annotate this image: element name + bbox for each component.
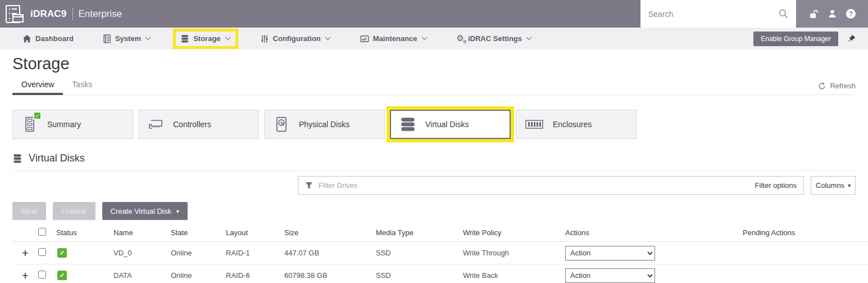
search-input[interactable]: [648, 10, 773, 19]
status-ok-badge: ✓: [57, 248, 67, 258]
expand-row-button[interactable]: +: [12, 269, 35, 281]
vd-state: Online: [170, 249, 225, 257]
card-virtual-disks[interactable]: Virtual Disks: [390, 110, 511, 139]
card-controllers[interactable]: Controllers: [138, 110, 259, 139]
vd-write-policy: Write Through: [462, 249, 564, 257]
select-all-checkbox[interactable]: [38, 228, 46, 236]
section-header: Virtual Disks: [12, 152, 856, 171]
storage-nav-cards: ✓ Summary Controllers: [12, 110, 856, 139]
card-label: Summary: [47, 120, 81, 129]
enable-group-manager-button[interactable]: Enable Group Manager: [753, 32, 838, 46]
vd-layout: RAID-1: [225, 249, 283, 257]
unblink-button[interactable]: Unblink: [53, 202, 95, 220]
status-ok-badge: ✓: [57, 271, 67, 280]
tabs-row: Overview Tasks Refresh: [12, 77, 856, 95]
nav-label: iDRAC Settings: [468, 34, 522, 43]
brand-name: iDRAC9: [30, 8, 67, 20]
storage-discs-icon: [180, 34, 189, 43]
expand-row-button[interactable]: +: [12, 247, 35, 259]
row-checkbox[interactable]: [38, 248, 46, 256]
nav-label: Configuration: [273, 34, 321, 43]
columns-label: Columns: [816, 181, 844, 190]
nav-item-idrac-settings[interactable]: ⚙⚙ iDRAC Settings: [452, 32, 537, 46]
nav-label: Dashboard: [35, 34, 74, 43]
filter-row: Filter options Columns ▾: [298, 176, 856, 195]
brand: iDRAC9 Enterprise: [0, 4, 122, 24]
search-icon[interactable]: [779, 9, 788, 19]
home-icon: [22, 34, 31, 43]
refresh-icon: [818, 82, 826, 90]
nav-item-configuration[interactable]: Configuration: [256, 32, 335, 46]
tab-overview[interactable]: Overview: [12, 77, 63, 95]
system-icon: [103, 34, 111, 43]
unlock-icon[interactable]: [808, 9, 819, 19]
chevron-down-icon: [421, 37, 428, 41]
table-row: + ✓ VD_0 Online RAID-1 447.07 GB SSD Wri…: [12, 242, 868, 264]
card-enclosures[interactable]: Enclosures: [516, 110, 637, 139]
col-header-write-policy: Write Policy: [462, 228, 564, 237]
sliders-icon: [260, 34, 269, 43]
vd-media-type: SSD: [375, 249, 462, 257]
col-header-media-type: Media Type: [375, 228, 462, 237]
virtual-disks-table: Status Name State Layout Size Media Type…: [12, 224, 868, 283]
top-header: iDRAC9 Enterprise: [0, 0, 868, 28]
pushpin-icon[interactable]: [847, 34, 856, 43]
action-select[interactable]: Action: [565, 246, 655, 260]
tabs: Overview Tasks: [12, 77, 101, 95]
page-title: Storage: [12, 55, 868, 73]
physical-disk-icon: [274, 116, 289, 132]
section-title: Virtual Disks: [29, 152, 85, 164]
card-label: Controllers: [173, 120, 211, 129]
nav-item-system[interactable]: System: [98, 32, 156, 46]
vd-state: Online: [170, 271, 225, 280]
nav-item-maintenance[interactable]: Maintenance: [356, 32, 432, 46]
col-header-pending-actions: Pending Actions: [742, 228, 868, 237]
refresh-button[interactable]: Refresh: [818, 82, 856, 95]
create-virtual-disk-button[interactable]: Create Virtual Disk ▾: [102, 202, 188, 220]
help-icon[interactable]: ?: [846, 9, 856, 19]
filter-options-link[interactable]: Filter options: [755, 181, 797, 190]
chevron-down-icon: [526, 37, 532, 41]
card-summary[interactable]: ✓ Summary: [12, 110, 133, 139]
brand-edition: Enterprise: [79, 8, 122, 20]
card-label: Enclosures: [553, 120, 592, 129]
idrac-app: iDRAC9 Enterprise: [0, 0, 868, 283]
create-virtual-disk-label: Create Virtual Disk: [111, 207, 171, 215]
tab-tasks[interactable]: Tasks: [63, 77, 101, 95]
virtual-disks-icon: [400, 116, 416, 132]
idrac-logo-icon: [4, 4, 25, 24]
enclosure-icon: [525, 118, 543, 131]
vd-name: VD_0: [112, 249, 170, 257]
nav-label: Storage: [193, 34, 220, 43]
caret-down-icon: ▾: [176, 208, 179, 214]
blink-button[interactable]: Blink: [12, 202, 46, 220]
row-checkbox[interactable]: [38, 271, 46, 278]
vd-size: 60798.38 GB: [283, 271, 375, 280]
user-icon[interactable]: [828, 9, 837, 19]
nav-item-storage[interactable]: Storage: [176, 32, 235, 46]
col-header-size: Size: [283, 228, 375, 237]
table-toolbar: Blink Unblink Create Virtual Disk ▾: [12, 202, 856, 220]
chevron-down-icon: [145, 37, 151, 41]
table-row: + ✓ DATA Online RAID-6 60798.38 GB SSD W…: [12, 264, 868, 283]
topbar-utility-icons: ?: [796, 0, 868, 28]
vd-layout: RAID-6: [225, 271, 283, 280]
chevron-down-icon: [325, 37, 331, 41]
col-header-state: State: [170, 228, 225, 237]
nav-label: System: [115, 34, 141, 43]
vd-size: 447.07 GB: [283, 249, 375, 257]
columns-dropdown-button[interactable]: Columns ▾: [811, 176, 856, 195]
card-physical-disks[interactable]: Physical Disks: [264, 110, 385, 139]
nav-label: Maintenance: [373, 34, 417, 43]
col-header-actions: Actions: [564, 228, 742, 237]
vd-media-type: SSD: [375, 271, 462, 280]
table-header-row: Status Name State Layout Size Media Type…: [12, 224, 868, 242]
col-header-layout: Layout: [225, 228, 283, 237]
filter-drives-input[interactable]: [319, 181, 749, 190]
gears-icon: ⚙⚙: [457, 34, 464, 43]
nav-item-dashboard[interactable]: Dashboard: [18, 32, 78, 46]
chevron-down-icon: [225, 37, 231, 41]
maintenance-chart-icon: [360, 34, 369, 43]
col-header-name: Name: [112, 228, 170, 237]
action-select[interactable]: Action: [565, 268, 655, 283]
